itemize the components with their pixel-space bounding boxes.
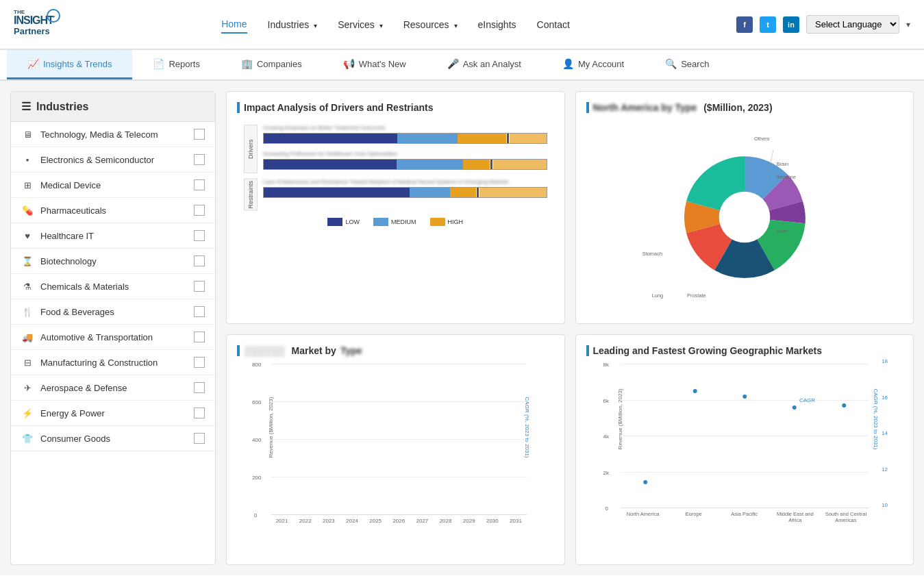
companies-icon: 🏢: [241, 58, 253, 69]
impact-chart: Drivers Growing Emphasis on Better Treat…: [237, 121, 554, 229]
facebook-icon[interactable]: f: [736, 16, 753, 33]
pie-chart-container: Others Brain Intestine Liver Prostate Lu…: [586, 121, 903, 313]
subnav-search[interactable]: 🔍 Search: [645, 50, 729, 79]
subnav-reports[interactable]: 📄 Reports: [132, 50, 221, 79]
leading-bars-flex: [621, 364, 869, 508]
cagr-tick-12: 12: [882, 466, 888, 473]
xlabel-2031: 2031: [505, 518, 526, 524]
sidebar-label-aerospace: Aerospace & Defense: [40, 383, 127, 393]
xlabel-2023: 2023: [318, 518, 339, 524]
pharma-icon: 💊: [21, 205, 34, 216]
healthcare-it-checkbox[interactable]: [194, 230, 205, 241]
chemicals-checkbox[interactable]: [194, 281, 205, 292]
subnav-insights-label: Insights & Trends: [43, 59, 112, 69]
nav-home[interactable]: Home: [221, 16, 247, 34]
nav-contact[interactable]: Contact: [537, 16, 570, 33]
resources-arrow: ▾: [454, 22, 458, 29]
sidebar-item-pharma[interactable]: 💊 Pharmaceuticals: [11, 198, 215, 223]
driver-2-bar: [263, 159, 547, 170]
xlabel-2029: 2029: [458, 518, 479, 524]
sidebar-item-food[interactable]: 🍴 Food & Beverages: [11, 299, 215, 325]
subnav-companies[interactable]: 🏢 Companies: [221, 50, 323, 79]
consumer-checkbox[interactable]: [194, 433, 205, 444]
restraint-1-divider: [477, 188, 479, 197]
sidebar-item-chemicals[interactable]: ⚗ Chemicals & Materials: [11, 274, 215, 299]
sidebar-item-manufacturing[interactable]: ⊟ Manufacturing & Construction: [11, 350, 215, 375]
sidebar-item-consumer[interactable]: 👕 Consumer Goods: [11, 426, 215, 451]
industries-arrow: ▾: [314, 22, 317, 29]
pie-chart-svg: Others Brain Intestine Liver Prostate Lu…: [642, 121, 847, 313]
restraint-1-med: [410, 188, 449, 197]
restraint-row-1: Lack of Awareness and Resistance Toward …: [263, 179, 547, 198]
technology-checkbox[interactable]: [194, 129, 205, 140]
nav-resources[interactable]: Resources ▾: [403, 16, 458, 33]
nav-industries[interactable]: Industries ▾: [268, 16, 318, 33]
main-nav: Home Industries ▾ Services ▾ Resources ▾…: [221, 16, 570, 34]
biotech-icon: ⌛: [21, 256, 34, 266]
restraints-bars: Lack of Awareness and Resistance Toward …: [263, 179, 547, 211]
impact-legend: LOW MEDIUM HIGH: [244, 218, 547, 226]
sidebar-item-technology[interactable]: 🖥 Technology, Media & Telecom: [11, 122, 215, 147]
subnav-whats-new[interactable]: 📢 What's New: [323, 50, 427, 79]
lxlabel-ap: Asia Pacific: [722, 511, 767, 523]
xlabel-2025: 2025: [365, 518, 386, 524]
market-by-title: ░░░░░░ Market by Type: [237, 345, 554, 356]
language-select[interactable]: Select Language: [806, 15, 899, 34]
driver-2-high: [463, 160, 490, 169]
food-checkbox[interactable]: [194, 306, 205, 317]
subnav-my-account[interactable]: 👤 My Account: [542, 50, 645, 79]
energy-icon: ⚡: [21, 408, 34, 418]
title-bar-leading: [586, 345, 589, 356]
aerospace-checkbox[interactable]: [194, 382, 205, 393]
sidebar-label-technology: Technology, Media & Telecom: [40, 129, 158, 140]
market-x-labels: 2021 2022 2023 2024 2025 2026 2027 2028 …: [271, 515, 527, 524]
subnav-insights-trends[interactable]: 📈 Insights & Trends: [7, 50, 132, 79]
logo[interactable]: THE INSIGHT ● Partners: [14, 5, 55, 43]
lxlabel-sa: South and Central Americas: [823, 511, 869, 523]
sidebar-item-healthcare-it[interactable]: ♥ Healthcare IT: [11, 223, 215, 249]
sidebar-item-medical[interactable]: ⊞ Medical Device: [11, 173, 215, 198]
lxlabel-eu: Europe: [671, 511, 716, 523]
sidebar-label-healthcare-it: Healthcare IT: [40, 231, 94, 241]
legend-high: HIGH: [430, 218, 464, 226]
sidebar-item-energy[interactable]: ⚡ Energy & Power: [11, 401, 215, 426]
leading-markets-card: Leading and Fastest Growing Geographic M…: [575, 334, 914, 565]
xlabel-2027: 2027: [412, 518, 433, 524]
subnav-ask-analyst[interactable]: 🎤 Ask an Analyst: [427, 50, 542, 79]
legend-medium-label: MEDIUM: [391, 218, 416, 225]
manufacturing-checkbox[interactable]: [194, 357, 205, 368]
sidebar-item-aerospace[interactable]: ✈ Aerospace & Defense: [11, 375, 215, 401]
biotech-checkbox[interactable]: [194, 255, 205, 266]
twitter-icon[interactable]: t: [760, 16, 776, 33]
energy-checkbox[interactable]: [194, 408, 205, 418]
healthcare-it-icon: ♥: [21, 231, 34, 241]
electronics-checkbox[interactable]: [194, 154, 205, 165]
market-gridlines: 0 200 400 600 800: [271, 364, 527, 515]
medical-checkbox[interactable]: [194, 179, 205, 190]
driver-1-extra: [510, 134, 546, 143]
sidebar-label-medical: Medical Device: [40, 180, 101, 190]
sidebar-item-electronics[interactable]: ▪ Electronics & Semiconductor: [11, 147, 215, 173]
label-lung: Lung: [651, 292, 663, 299]
automotive-checkbox[interactable]: [194, 331, 205, 342]
whats-new-icon: 📢: [343, 58, 355, 69]
manufacturing-icon: ⊟: [21, 358, 34, 368]
restraints-vertical-label: Restraints: [244, 179, 258, 211]
pharma-checkbox[interactable]: [194, 205, 205, 216]
sidebar-item-biotech[interactable]: ⌛ Biotechnology: [11, 249, 215, 274]
main-content: ☰ Industries 🖥 Technology, Media & Telec…: [0, 81, 924, 575]
logo-partners: Partners: [14, 26, 50, 36]
drivers-vertical-label: Drivers: [244, 125, 258, 173]
label-liver: Liver: [776, 228, 788, 234]
nav-services[interactable]: Services ▾: [338, 16, 383, 33]
label-intestine: Intestine: [776, 174, 795, 180]
sidebar-item-automotive[interactable]: 🚚 Automotive & Transportation: [11, 325, 215, 350]
grid-0: 0: [271, 514, 527, 515]
grid-600: 600: [271, 401, 527, 402]
linkedin-icon[interactable]: in: [783, 16, 799, 33]
nav-einsights[interactable]: eInsights: [478, 16, 516, 33]
xlabel-2024: 2024: [341, 518, 362, 524]
lgrid-4k: 4k: [621, 436, 869, 436]
legend-low: LOW: [327, 218, 360, 226]
sidebar-header: ☰ Industries: [11, 92, 215, 122]
